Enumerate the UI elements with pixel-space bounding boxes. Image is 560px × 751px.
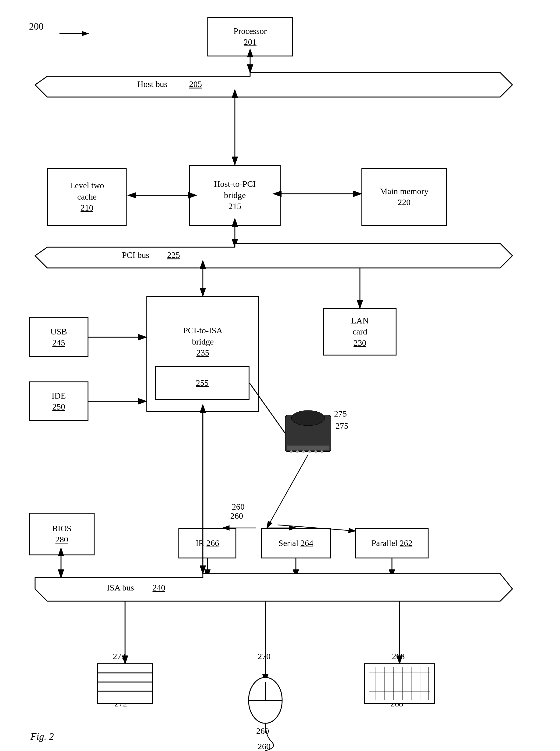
usb-box: USB 245 [29, 317, 88, 357]
usb-num: 245 [53, 337, 65, 348]
port260-label: 260 [230, 511, 243, 521]
main-memory-num: 220 [398, 197, 411, 208]
host-pci-bridge-box: Host-to-PCIbridge 215 [189, 165, 281, 226]
svg-text:260: 260 [232, 502, 245, 511]
host-pci-bridge-label: Host-to-PCIbridge [214, 179, 256, 201]
svg-rect-22 [287, 446, 329, 450]
processor-box: Processor 201 [207, 17, 293, 57]
svg-text:ISA bus: ISA bus [107, 583, 134, 592]
svg-point-29 [291, 411, 325, 426]
lan-card-box: LANcard 230 [323, 308, 397, 356]
modem-num-label: 275 [336, 421, 348, 431]
svg-overlay: Host bus 205 PCI bus 225 [0, 0, 560, 751]
pci-isa-bridge-label: PCI-to-ISAbridge [183, 325, 222, 347]
svg-text:268: 268 [392, 652, 405, 661]
svg-line-31 [267, 455, 308, 528]
processor-num: 201 [244, 37, 257, 47]
main-memory-label: Main memory [380, 186, 428, 197]
processor-label: Processor [234, 26, 267, 37]
pci-isa-bridge-num: 235 [196, 347, 209, 358]
svg-marker-39 [35, 574, 513, 601]
svg-text:240: 240 [153, 583, 165, 592]
svg-text:205: 205 [189, 79, 202, 89]
serial-label: Serial 264 [279, 538, 313, 549]
svg-rect-49 [98, 664, 153, 704]
main-memory-box: Main memory 220 [361, 168, 447, 226]
ide-label: IDE [52, 390, 66, 401]
svg-point-24 [296, 450, 299, 453]
serial-box: Serial 264 [261, 528, 331, 558]
diagram-ref: 200 [29, 21, 44, 32]
svg-point-23 [290, 450, 293, 453]
svg-text:270: 270 [258, 652, 271, 661]
port260b-num: 260 [256, 726, 269, 736]
fig-label: Fig. 2 [31, 731, 54, 742]
svg-text:272: 272 [113, 652, 126, 661]
svg-point-26 [308, 450, 311, 453]
ir-label: IR 266 [196, 538, 219, 549]
usb-label: USB [50, 326, 67, 337]
svg-text:275: 275 [334, 409, 347, 418]
ide-num: 250 [53, 401, 65, 412]
svg-text:PCI bus: PCI bus [122, 250, 149, 260]
svg-text:260: 260 [258, 742, 271, 751]
sub255-num: 255 [196, 377, 208, 389]
ide-box: IDE 250 [29, 381, 88, 421]
svg-point-25 [302, 450, 305, 453]
ir-box: IR 266 [178, 528, 236, 558]
keyboard-num: 268 [391, 699, 403, 709]
level-two-cache-label: Level twocache [70, 180, 104, 202]
bios-num: 280 [56, 534, 68, 545]
parallel-box: Parallel 262 [355, 528, 428, 558]
diagram: 200 Processor 201 Level twocache 210 Hos… [0, 0, 560, 751]
sub255-box: 255 [155, 366, 249, 400]
bios-box: BIOS 280 [29, 513, 95, 555]
svg-marker-6 [35, 73, 513, 97]
lan-card-num: 230 [354, 337, 366, 349]
lan-card-label: LANcard [351, 315, 369, 337]
svg-point-27 [315, 450, 317, 453]
svg-rect-56 [364, 664, 435, 704]
svg-rect-21 [285, 415, 331, 452]
host-pci-bridge-num: 215 [228, 201, 241, 212]
svg-text:225: 225 [167, 250, 180, 260]
svg-text:Host bus: Host bus [137, 79, 167, 89]
mouse-num: 270 [253, 700, 266, 710]
svg-marker-13 [35, 243, 513, 268]
level-two-cache-box: Level twocache 210 [47, 168, 126, 226]
level-two-cache-num: 210 [81, 202, 93, 213]
svg-point-28 [321, 450, 323, 453]
floppy-num: 272 [114, 699, 127, 709]
bios-label: BIOS [52, 523, 72, 534]
parallel-label: Parallel 262 [372, 538, 413, 549]
